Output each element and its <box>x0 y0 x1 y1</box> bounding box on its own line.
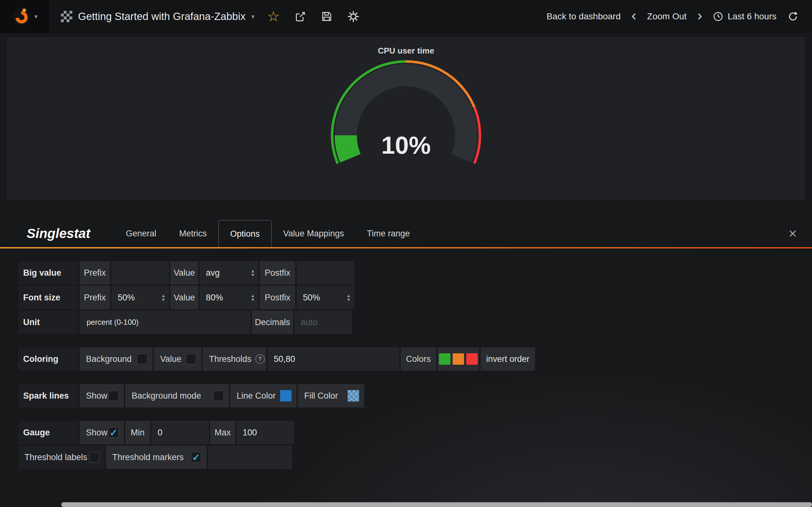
big-value-prefix-input[interactable] <box>111 261 169 285</box>
threshold-labels-checkbox[interactable] <box>89 452 100 463</box>
chevron-left-icon[interactable]: ‹ <box>631 8 636 25</box>
background-coloring-checkbox[interactable] <box>137 354 148 364</box>
select-arrows-icon: ▴▾ <box>162 293 165 302</box>
back-to-dashboard-button[interactable]: Back to dashboard <box>547 11 621 21</box>
save-button[interactable] <box>321 11 333 22</box>
tab-time-range[interactable]: Time range <box>355 220 421 247</box>
value-coloring-checkbox[interactable] <box>186 354 196 364</box>
min-label: Min <box>125 421 150 444</box>
tab-options[interactable]: Options <box>218 220 272 247</box>
zoom-out-button[interactable]: Zoom Out <box>647 11 687 21</box>
threshold-color-swatches <box>438 347 479 371</box>
sparkline-show-checkbox[interactable] <box>108 390 119 401</box>
star-icon: ☆ <box>267 9 280 23</box>
panel-title[interactable]: CPU user time <box>378 46 434 56</box>
unit-row: Unit percent (0-100) Decimals <box>18 311 812 334</box>
threshold-markers-checkbox[interactable] <box>191 452 201 463</box>
threshold-color-2-swatch[interactable] <box>453 353 464 365</box>
grafana-app: ▾ Getting Started with Grafana-Zabbix ▾ … <box>0 0 812 507</box>
star-button[interactable]: ☆ <box>267 9 280 23</box>
thresholds-input[interactable] <box>267 347 399 371</box>
threshold-color-1-swatch[interactable] <box>439 353 450 365</box>
gauge-show-checkbox[interactable] <box>108 427 119 438</box>
postfix-label: Postfix <box>260 261 295 285</box>
save-icon <box>321 11 333 22</box>
thresholds-label: Thresholds <box>209 354 252 364</box>
coloring-row: Coloring Background Value Thresholds ? <box>18 347 812 371</box>
big-value-row: Big value Prefix Value avg ▴▾ Postfix <box>18 261 812 285</box>
big-value-row-label: Big value <box>18 261 78 285</box>
sparkline-show-option: Show <box>80 384 124 407</box>
invert-order-button[interactable]: invert order <box>480 347 535 371</box>
background-label: Background <box>86 354 132 364</box>
time-range-label: Last 6 hours <box>728 11 776 21</box>
refresh-icon <box>787 11 799 22</box>
time-range-button[interactable]: Last 6 hours <box>713 11 776 21</box>
show-label: Show <box>86 391 107 401</box>
coloring-row-label: Coloring <box>18 347 78 371</box>
threshold-markers-option: Threshold markers <box>106 446 206 469</box>
tab-general[interactable]: General <box>114 220 168 247</box>
horizontal-scrollbar[interactable] <box>61 502 812 507</box>
font-size-prefix-select[interactable]: 50% ▴▾ <box>111 286 169 309</box>
chevron-right-icon[interactable]: › <box>698 8 702 25</box>
background-mode-label: Background mode <box>132 391 201 401</box>
coloring-background-option: Background <box>80 347 153 371</box>
prefix-size-value: 50% <box>118 293 135 302</box>
dashboard-title-button[interactable]: Getting Started with Grafana-Zabbix ▾ <box>50 0 265 33</box>
value-size-value: 80% <box>206 293 223 302</box>
grafana-logo-icon <box>12 7 31 26</box>
close-editor-icon[interactable]: × <box>789 227 797 240</box>
navbar-right: Back to dashboard ‹ Zoom Out › Last 6 ho… <box>547 8 812 25</box>
select-arrows-icon: ▴▾ <box>347 293 350 302</box>
unit-picker[interactable]: percent (0-100) <box>80 311 251 334</box>
threshold-markers-label: Threshold markers <box>112 452 184 462</box>
grafana-logo-button[interactable]: ▾ <box>0 0 50 33</box>
dashboard-title: Getting Started with Grafana-Zabbix <box>78 10 246 22</box>
threshold-labels-option: Threshold labels <box>18 446 105 469</box>
help-icon[interactable]: ? <box>255 354 265 364</box>
refresh-button[interactable] <box>787 11 799 22</box>
coloring-value-option: Value <box>154 347 201 371</box>
postfix-size-value: 50% <box>303 293 320 302</box>
select-arrows-icon: ▴▾ <box>252 293 254 302</box>
editor-tabs: General Metrics Options Value Mappings T… <box>114 220 421 247</box>
share-icon <box>294 10 306 22</box>
value-label: Value <box>170 286 198 309</box>
gauge-max-input[interactable] <box>236 421 294 444</box>
settings-button[interactable] <box>347 10 360 23</box>
gauge-row: Gauge Show Min Max <box>18 421 812 444</box>
show-label: Show <box>86 428 107 438</box>
select-arrows-icon: ▴▾ <box>252 269 254 277</box>
threshold-display-row: Threshold labels Threshold markers <box>18 446 812 469</box>
thresholds-option: Thresholds ? <box>203 347 266 371</box>
gauge-row-label: Gauge <box>18 421 78 444</box>
spark-lines-row-label: Spark lines <box>18 384 78 407</box>
line-color-label: Line Color <box>237 391 275 401</box>
value-label: Value <box>170 261 198 285</box>
gauge-min-input[interactable] <box>151 421 209 444</box>
singlestat-panel: CPU user time 10% <box>7 38 805 200</box>
font-size-postfix-select[interactable]: 50% ▴▾ <box>297 286 354 309</box>
gauge-show-option: Show <box>80 421 124 444</box>
font-size-value-select[interactable]: 80% ▴▾ <box>200 286 258 309</box>
tab-value-mappings[interactable]: Value Mappings <box>272 220 356 247</box>
title-caret-down-icon: ▾ <box>251 13 254 20</box>
navbar: ▾ Getting Started with Grafana-Zabbix ▾ … <box>0 0 812 33</box>
fill-color-label: Fill Color <box>304 391 338 401</box>
empty-cell <box>208 446 292 469</box>
value-coloring-label: Value <box>160 354 182 364</box>
threshold-color-3-swatch[interactable] <box>466 353 478 365</box>
tab-metrics[interactable]: Metrics <box>168 220 218 247</box>
big-value-function-select[interactable]: avg ▴▾ <box>200 261 258 285</box>
background-mode-checkbox[interactable] <box>213 390 224 401</box>
gauge-group: Gauge Show Min Max Threshold labels <box>18 421 812 469</box>
prefix-label: Prefix <box>80 286 110 309</box>
fill-color-swatch[interactable] <box>348 390 359 401</box>
panel-editor: Singlestat General Metrics Options Value… <box>0 220 812 507</box>
logo-caret-down-icon: ▾ <box>34 13 38 20</box>
line-color-swatch[interactable] <box>280 390 292 401</box>
decimals-input[interactable] <box>294 311 352 334</box>
big-value-postfix-input[interactable] <box>297 261 354 285</box>
share-button[interactable] <box>294 10 306 22</box>
